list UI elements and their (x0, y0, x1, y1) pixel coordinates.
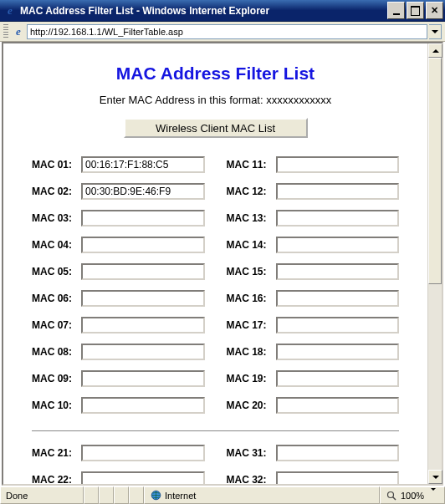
mac-label: MAC 03: (32, 212, 81, 224)
mac-row: MAC 06: (32, 290, 205, 307)
status-pane-3 (99, 486, 114, 504)
mac-input[interactable] (276, 263, 400, 280)
status-bar: Done Internet 100% (0, 486, 445, 504)
mac-row: MAC 18: (227, 344, 400, 360)
address-input[interactable] (27, 24, 427, 39)
mac-input[interactable] (276, 183, 400, 200)
mac-input[interactable] (81, 237, 205, 253)
mac-input[interactable] (81, 370, 205, 387)
zoom-icon (386, 490, 397, 501)
mac-input[interactable] (276, 445, 400, 461)
mac-row: MAC 14: (227, 237, 400, 253)
address-bar: e (0, 22, 445, 42)
mac-input[interactable] (81, 156, 205, 173)
mac-label: MAC 17: (227, 319, 276, 331)
instruction-text: Enter MAC Address in this format: xxxxxx… (32, 94, 399, 106)
mac-input[interactable] (276, 344, 400, 360)
mac-row: MAC 07: (32, 317, 205, 333)
mac-input[interactable] (276, 210, 400, 227)
mac-label: MAC 12: (227, 186, 276, 197)
security-zone-text: Internet (165, 491, 196, 501)
status-pane-2 (84, 486, 99, 504)
mac-label: MAC 01: (32, 159, 81, 171)
status-text: Done (6, 491, 28, 501)
mac-label: MAC 07: (32, 319, 81, 331)
mac-row: MAC 02: (32, 183, 205, 200)
svg-point-1 (388, 491, 394, 497)
mac-label: MAC 19: (227, 373, 276, 384)
mac-row: MAC 15: (227, 263, 400, 280)
mac-label: MAC 21: (32, 447, 81, 459)
wireless-client-button[interactable]: Wireless Client MAC List (124, 118, 308, 138)
scroll-thumb[interactable] (428, 58, 442, 284)
mac-input[interactable] (81, 471, 205, 484)
mac-row: MAC 16: (227, 290, 400, 307)
mac-row: MAC 05: (32, 263, 205, 280)
window-title: MAC Address Filter List - Windows Intern… (20, 5, 387, 17)
mac-label: MAC 16: (227, 293, 276, 304)
mac-label: MAC 02: (32, 186, 81, 197)
mac-row: MAC 22: (32, 471, 205, 484)
zoom-pane[interactable]: 100% (380, 486, 445, 504)
mac-input[interactable] (276, 237, 400, 253)
address-dropdown-button[interactable] (429, 24, 442, 39)
mac-input[interactable] (81, 263, 205, 280)
internet-zone-icon (150, 490, 161, 501)
mac-input[interactable] (81, 344, 205, 360)
mac-input[interactable] (81, 290, 205, 307)
mac-input[interactable] (276, 156, 400, 173)
window-titlebar: e MAC Address Filter List - Windows Inte… (0, 0, 445, 22)
status-pane-4 (114, 486, 129, 504)
scroll-track[interactable] (428, 58, 442, 470)
vertical-scrollbar[interactable] (427, 43, 442, 484)
mac-row: MAC 12: (227, 183, 400, 200)
mac-input[interactable] (276, 397, 400, 414)
page-ie-icon: e (12, 25, 25, 38)
mac-label: MAC 06: (32, 293, 81, 304)
mac-label: MAC 05: (32, 266, 81, 277)
zoom-dropdown-icon[interactable] (427, 491, 436, 501)
mac-label: MAC 18: (227, 346, 276, 358)
mac-row: MAC 31: (227, 445, 400, 461)
scroll-down-button[interactable] (428, 470, 442, 484)
mac-row: MAC 20: (227, 397, 400, 414)
mac-input[interactable] (276, 290, 400, 307)
mac-input[interactable] (81, 397, 205, 414)
divider (32, 430, 399, 431)
status-pane-5 (129, 486, 144, 504)
mac-label: MAC 11: (227, 159, 276, 171)
security-zone-pane[interactable]: Internet (144, 486, 380, 504)
mac-row: MAC 04: (32, 237, 205, 253)
mac-row: MAC 32: (227, 471, 400, 484)
mac-row: MAC 10: (32, 397, 205, 414)
mac-label: MAC 20: (227, 400, 276, 411)
mac-label: MAC 22: (32, 474, 81, 484)
mac-input[interactable] (276, 471, 400, 484)
mac-row: MAC 09: (32, 370, 205, 387)
scroll-up-button[interactable] (428, 43, 442, 58)
mac-label: MAC 10: (32, 400, 81, 411)
mac-row: MAC 01: (32, 156, 205, 173)
mac-input[interactable] (276, 317, 400, 333)
mac-label: MAC 14: (227, 239, 276, 251)
mac-input[interactable] (81, 183, 205, 200)
mac-label: MAC 08: (32, 346, 81, 358)
mac-row: MAC 03: (32, 210, 205, 227)
zoom-text: 100% (401, 491, 424, 501)
mac-input[interactable] (81, 317, 205, 333)
svg-line-2 (393, 496, 396, 500)
mac-input[interactable] (276, 370, 400, 387)
status-left: Done (0, 486, 84, 504)
mac-label: MAC 04: (32, 239, 81, 251)
mac-label: MAC 32: (227, 474, 276, 484)
mac-row: MAC 19: (227, 370, 400, 387)
mac-input[interactable] (81, 210, 205, 227)
mac-input[interactable] (81, 445, 205, 461)
mac-row: MAC 21: (32, 445, 205, 461)
mac-label: MAC 31: (227, 447, 276, 459)
toolbar-grip (3, 24, 8, 39)
minimize-button[interactable] (387, 2, 405, 19)
close-button[interactable] (426, 2, 443, 19)
maximize-button[interactable] (407, 2, 424, 19)
page-title: MAC Address Filter List (32, 64, 399, 84)
